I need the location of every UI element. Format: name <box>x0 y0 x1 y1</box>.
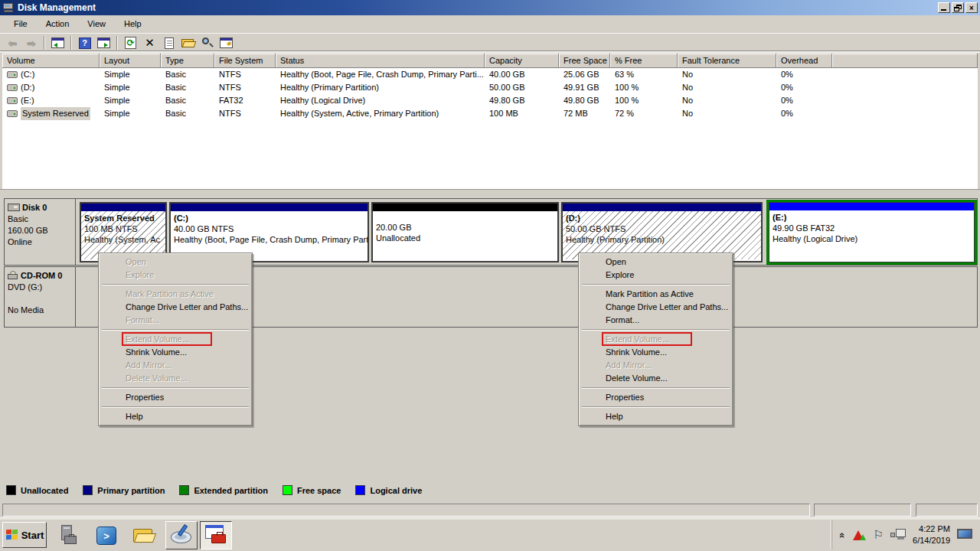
column-header-fault-tolerance[interactable]: Fault Tolerance <box>678 54 776 68</box>
restore-button[interactable] <box>952 2 964 13</box>
back-icon[interactable]: ⇦ <box>3 35 21 51</box>
server-manager-icon[interactable] <box>55 523 81 549</box>
cell-file-system: NTFS <box>214 68 276 81</box>
cell-type: Basic <box>161 94 214 107</box>
menu-item-open[interactable]: Open <box>100 256 250 269</box>
cdrom-label-panel[interactable]: CD-ROM 0 DVD (G:) No Media <box>5 267 76 327</box>
partition-e[interactable]: (E:) 49.90 GB FAT32 Healthy (Logical Dri… <box>769 202 975 262</box>
disk0-label-panel[interactable]: Disk 0 Basic 160.00 GB Online <box>5 199 76 265</box>
menu-item-help[interactable]: Help <box>100 410 250 423</box>
volume-icon <box>7 84 18 91</box>
partition-unallocated[interactable]: 20.00 GB Unallocated <box>371 202 559 262</box>
disk-icon <box>8 204 20 211</box>
cell-fault-tolerance: No <box>678 81 776 94</box>
table-row-d[interactable]: (D:) Simple Basic NTFS Healthy (Primary … <box>2 81 978 94</box>
menu-item-add-mirror[interactable]: Add Mirror... <box>580 359 731 372</box>
show-hidden-icons-chevron[interactable]: « <box>837 532 848 537</box>
menu-item-add-mirror[interactable]: Add Mirror... <box>100 359 250 372</box>
help-icon[interactable]: ? <box>76 35 93 51</box>
cdrom-type: DVD (G:) <box>8 282 72 293</box>
menu-item-mark-partition-active[interactable]: Mark Partition as Active <box>100 288 250 301</box>
menu-item-shrink-volume[interactable]: Shrink Volume... <box>580 346 731 359</box>
network-tray-icon[interactable] <box>890 529 906 541</box>
menu-view[interactable]: View <box>80 18 113 31</box>
menu-separator <box>582 387 730 389</box>
start-button[interactable]: Start <box>2 522 47 548</box>
powershell-icon[interactable]: > <box>93 523 119 549</box>
open-folder-icon[interactable] <box>179 35 197 51</box>
find-icon[interactable] <box>198 35 216 51</box>
column-header-capacity[interactable]: Capacity <box>485 54 559 68</box>
menu-file[interactable]: File <box>6 18 35 31</box>
properties-icon[interactable] <box>160 35 178 51</box>
refresh-icon[interactable]: ⟳ <box>122 35 139 51</box>
menu-item-change-drive-letter[interactable]: Change Drive Letter and Paths... <box>100 301 250 314</box>
file-explorer-icon[interactable] <box>131 523 157 549</box>
table-row-system-reserved[interactable]: System Reserved Simple Basic NTFS Health… <box>2 107 978 120</box>
computer-management-task-button[interactable] <box>200 521 232 549</box>
snap-in-icon[interactable]: ✱ <box>217 35 235 51</box>
system-tray: « ⚐ 4:22 PM 6/14/2019 <box>831 520 978 549</box>
column-header-pct-free[interactable]: % Free <box>610 54 678 68</box>
column-header-free-space[interactable]: Free Space <box>559 54 610 68</box>
partition-status: Healthy (Boot, Page File, Crash Dump, Pr… <box>174 234 364 245</box>
menu-item-explore[interactable]: Explore <box>100 269 250 282</box>
volume-icon <box>7 97 18 104</box>
menu-item-extend-volume[interactable]: Extend Volume... <box>580 333 731 346</box>
menu-item-change-drive-letter[interactable]: Change Drive Letter and Paths... <box>580 301 731 314</box>
column-header-layout[interactable]: Layout <box>100 54 161 68</box>
delete-icon[interactable]: ✕ <box>141 35 158 51</box>
partition-status: Healthy (System, Ac <box>84 234 162 245</box>
menu-item-open[interactable]: Open <box>580 256 731 269</box>
cell-status: Healthy (Primary Partition) <box>276 81 485 94</box>
column-header-file-system[interactable]: File System <box>214 54 276 68</box>
close-button[interactable]: × <box>965 2 978 13</box>
clock[interactable]: 4:22 PM 6/14/2019 <box>913 523 950 546</box>
partition-size: 40.00 GB NTFS <box>174 223 364 234</box>
menu-item-help[interactable]: Help <box>580 410 731 423</box>
menu-action[interactable]: Action <box>38 18 77 31</box>
antivirus-tray-icon[interactable] <box>853 529 867 541</box>
menu-help[interactable]: Help <box>116 18 149 31</box>
show-action-pane-icon[interactable] <box>95 35 113 51</box>
partition-type-bar <box>81 204 165 211</box>
menu-item-delete-volume[interactable]: Delete Volume... <box>100 372 250 385</box>
menu-item-properties[interactable]: Properties <box>100 391 250 404</box>
cell-pct-free: 72 % <box>610 107 678 120</box>
column-header-overhead[interactable]: Overhead <box>776 54 832 68</box>
menu-item-properties[interactable]: Properties <box>580 391 731 404</box>
menu-item-explore[interactable]: Explore <box>580 269 731 282</box>
volume-list-header: Volume Layout Type File System Status Ca… <box>2 54 978 68</box>
table-row-e[interactable]: (E:) Simple Basic FAT32 Healthy (Logical… <box>2 94 978 107</box>
menu-item-format[interactable]: Format... <box>580 314 731 327</box>
context-menu-system-reserved: Open Explore Mark Partition as Active Ch… <box>98 253 253 426</box>
minimize-button[interactable] <box>938 2 950 13</box>
partition-size: 49.90 GB FAT32 <box>773 223 971 233</box>
legend-logical-drive: Logical drive <box>355 485 422 495</box>
cell-overhead: 0% <box>776 107 832 120</box>
cell-status: Healthy (Logical Drive) <box>276 94 485 107</box>
menu-item-shrink-volume[interactable]: Shrink Volume... <box>100 346 250 359</box>
column-header-status[interactable]: Status <box>276 54 485 68</box>
partition-status: Unallocated <box>376 233 554 243</box>
menu-item-extend-volume[interactable]: Extend Volume... <box>100 333 250 346</box>
cell-layout: Simple <box>100 81 161 94</box>
menu-item-delete-volume[interactable]: Delete Volume... <box>580 372 731 385</box>
disk-management-task-button[interactable] <box>165 521 198 549</box>
column-header-type[interactable]: Type <box>161 54 214 68</box>
table-row-c[interactable]: (C:) Simple Basic NTFS Healthy (Boot, Pa… <box>2 68 978 81</box>
forward-icon[interactable]: ⇨ <box>22 35 40 51</box>
column-header-volume[interactable]: Volume <box>2 54 100 68</box>
menu-separator <box>582 284 730 285</box>
show-desktop-icon[interactable] <box>957 529 974 541</box>
show-console-tree-icon[interactable] <box>49 35 67 51</box>
status-bar <box>0 502 980 517</box>
menu-item-mark-partition-active[interactable]: Mark Partition as Active <box>580 288 731 301</box>
menu-item-format[interactable]: Format... <box>100 314 250 327</box>
cell-file-system: NTFS <box>214 107 276 120</box>
partition-title: (E:) <box>773 212 971 223</box>
action-center-flag-icon[interactable]: ⚐ <box>874 528 884 542</box>
cell-pct-free: 100 % <box>610 81 678 94</box>
legend-swatch <box>283 485 292 495</box>
cell-volume: System Reserved <box>21 107 90 120</box>
